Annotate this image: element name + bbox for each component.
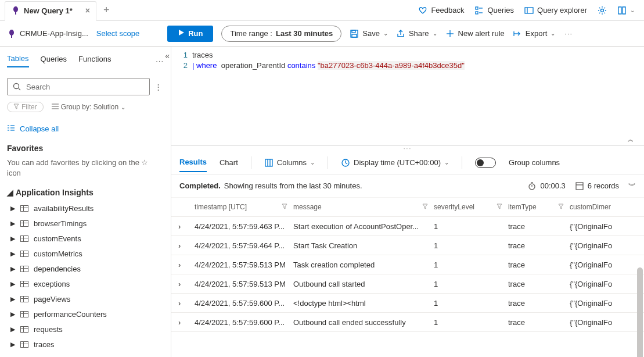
gear-icon[interactable]: [598, 6, 607, 15]
tree-section-title[interactable]: ◢Application Insights: [7, 188, 164, 197]
table-row[interactable]: ›4/24/2021, 5:57:59.513 PMOutbound call …: [171, 274, 644, 294]
share-button[interactable]: Share⌄: [396, 29, 437, 38]
results-table: timestamp [UTC] message severityLevel it…: [171, 198, 644, 332]
filter-icon[interactable]: [497, 203, 502, 211]
columns-dropdown[interactable]: Columns⌄: [264, 158, 315, 167]
expand-row-icon[interactable]: ›: [178, 241, 195, 250]
search-more-icon[interactable]: ⋮: [153, 83, 164, 91]
expand-row-icon[interactable]: ›: [178, 260, 195, 269]
cell-timestamp: 4/24/2021, 5:57:59.513 PM: [195, 280, 293, 288]
cell-custom: {"{OriginalFo: [570, 318, 644, 327]
docs-link[interactable]: ⌄: [617, 6, 635, 15]
collapse-sidebar-icon[interactable]: «: [165, 51, 170, 60]
vertical-scrollbar[interactable]: [637, 267, 643, 357]
table-requests[interactable]: ▶requests: [7, 322, 164, 337]
expand-row-icon[interactable]: ›: [178, 318, 195, 327]
expand-down-icon[interactable]: ︾: [628, 181, 636, 191]
table-label: performanceCounters: [34, 310, 107, 319]
filter-icon[interactable]: [422, 203, 428, 211]
play-icon: [178, 29, 185, 38]
more-icon[interactable]: ···: [563, 29, 574, 38]
table-icon: [20, 265, 29, 273]
code-area[interactable]: traces | where operation_ParentId contai…: [192, 50, 644, 145]
table-exceptions[interactable]: ▶exceptions: [7, 276, 164, 291]
table-traces[interactable]: ▶traces: [7, 337, 164, 352]
records-icon: [575, 181, 584, 191]
svg-rect-29: [265, 159, 272, 166]
search-input[interactable]: [7, 78, 150, 95]
query-tab[interactable]: New Query 1* ×: [5, 1, 96, 21]
save-button[interactable]: Save⌄: [350, 29, 388, 38]
collapse-all-link[interactable]: Collapse all: [7, 124, 164, 133]
group-columns-toggle[interactable]: [475, 158, 496, 168]
expand-row-icon[interactable]: ›: [178, 299, 195, 308]
line-gutter: 12: [171, 50, 192, 145]
cell-itemtype: trace: [508, 280, 570, 288]
group-icon: [52, 103, 59, 111]
tab-functions[interactable]: Functions: [78, 55, 111, 67]
add-tab-button[interactable]: +: [101, 4, 112, 16]
table-browserTimings[interactable]: ▶browserTimings: [7, 216, 164, 231]
new-alert-button[interactable]: New alert rule: [445, 29, 505, 38]
scope-resource[interactable]: CRMUE-App-Insig...: [7, 29, 88, 38]
query-editor[interactable]: 12 traces | where operation_ParentId con…: [171, 47, 644, 145]
tab-chart[interactable]: Chart: [220, 158, 238, 172]
tab-results[interactable]: Results: [179, 158, 207, 172]
search-icon: [12, 82, 21, 91]
splitter[interactable]: ··· ︽: [171, 145, 644, 151]
cell-timestamp: 4/24/2021, 5:57:59.600 P...: [195, 318, 293, 327]
svg-point-8: [601, 9, 604, 12]
records-indicator: 6 records: [575, 181, 619, 191]
table-label: requests: [34, 325, 63, 334]
query-explorer-link[interactable]: Query explorer: [524, 6, 587, 15]
export-button[interactable]: Export⌄: [513, 29, 556, 38]
svg-rect-13: [352, 34, 357, 37]
table-row[interactable]: ›4/24/2021, 5:57:59.463 P...Start execut…: [171, 217, 644, 236]
expand-row-icon[interactable]: ›: [178, 222, 195, 231]
caret-right-icon: ▶: [10, 205, 15, 212]
tab-tables[interactable]: Tables: [7, 54, 29, 67]
svg-rect-2: [476, 7, 478, 9]
group-columns-label: Group columns: [509, 158, 560, 167]
run-button[interactable]: Run: [167, 26, 213, 42]
table-availabilityResults[interactable]: ▶availabilityResults: [7, 201, 164, 216]
select-scope-link[interactable]: Select scope: [96, 29, 139, 38]
queries-link[interactable]: Queries: [474, 6, 514, 15]
table-row[interactable]: ›4/24/2021, 5:57:59.513 PMTask creation …: [171, 255, 644, 274]
display-time-dropdown[interactable]: Display time (UTC+00:00)⌄: [341, 158, 449, 167]
explorer-icon: [524, 6, 534, 15]
results-toolbar: Results Chart Columns⌄ Display time (UTC…: [171, 151, 644, 174]
collapse-up-icon[interactable]: ︽: [628, 135, 635, 144]
table-dependencies[interactable]: ▶dependencies: [7, 261, 164, 276]
tab-icon: [11, 6, 20, 15]
time-range-picker[interactable]: Time range : Last 30 minutes: [221, 26, 341, 42]
tab-queries[interactable]: Queries: [41, 55, 67, 67]
filter-button[interactable]: Filter: [7, 102, 44, 112]
cell-custom: {"{OriginalFo: [570, 299, 644, 308]
table-row[interactable]: ›4/24/2021, 5:57:59.600 P...<!doctype ht…: [171, 294, 644, 313]
filter-icon[interactable]: [558, 203, 564, 211]
close-icon[interactable]: ×: [85, 6, 90, 15]
table-customEvents[interactable]: ▶customEvents: [7, 231, 164, 246]
group-by-dropdown[interactable]: Group by: Solution⌄: [52, 103, 125, 111]
svg-point-18: [14, 84, 19, 89]
feedback-link[interactable]: Feedback: [418, 6, 464, 15]
cell-itemtype: trace: [508, 299, 570, 308]
table-customMetrics[interactable]: ▶customMetrics: [7, 246, 164, 261]
favorites-heading: Favorites: [7, 144, 164, 153]
clock-icon: [341, 158, 350, 167]
caret-right-icon: ▶: [10, 235, 15, 242]
caret-right-icon: ▶: [10, 250, 15, 258]
cell-severity: 1: [434, 260, 508, 269]
table-row[interactable]: ›4/24/2021, 5:57:59.464 P...Start Task C…: [171, 236, 644, 255]
table-icon: [20, 310, 29, 318]
table-performanceCounters[interactable]: ▶performanceCounters: [7, 306, 164, 322]
sidebar-more-icon[interactable]: ···: [156, 56, 164, 65]
table-pageViews[interactable]: ▶pageViews: [7, 291, 164, 306]
sidebar: « Tables Queries Functions ··· ⋮ Filter …: [0, 47, 171, 357]
cell-message: Outbound call ended successfully: [293, 318, 434, 327]
table-row[interactable]: ›4/24/2021, 5:57:59.600 P...Outbound cal…: [171, 313, 644, 332]
tab-strip: New Query 1* × + Feedback Queries Query …: [0, 0, 644, 21]
filter-icon[interactable]: [282, 203, 287, 211]
expand-row-icon[interactable]: ›: [178, 280, 195, 288]
